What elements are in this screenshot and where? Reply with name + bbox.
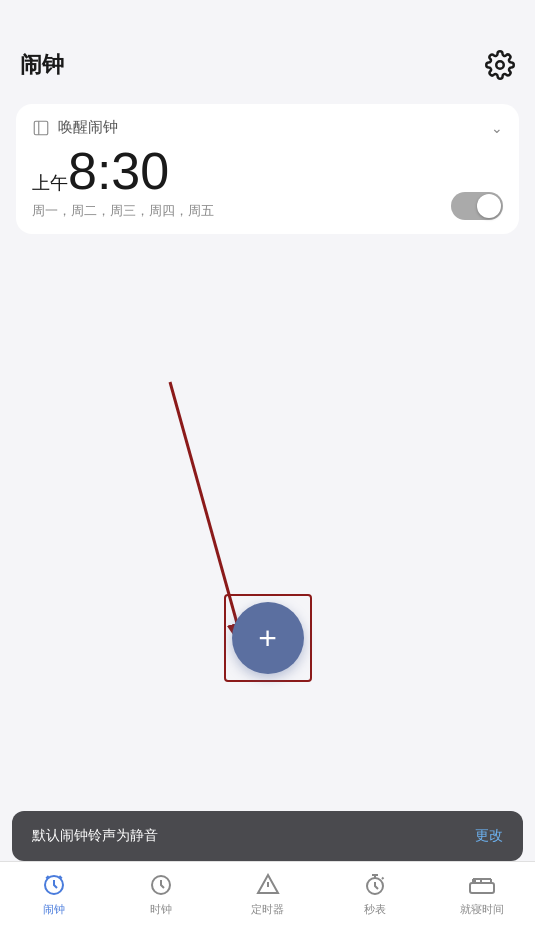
svg-rect-20 [475, 879, 481, 883]
alarm-time: 8:30 [68, 142, 169, 200]
alarm-card-header: 唤醒闹钟 ⌄ [32, 118, 503, 137]
nav-item-clock[interactable]: 时钟 [107, 872, 214, 917]
alarm-card[interactable]: 唤醒闹钟 ⌄ 上午8:30 周一，周二，周三，周四，周五 [16, 104, 519, 234]
alarm-label-icon [32, 119, 50, 137]
alarm-toggle[interactable] [451, 192, 503, 220]
nav-item-stopwatch[interactable]: 秒表 [321, 872, 428, 917]
main-content: + [0, 242, 535, 782]
nav-item-timer[interactable]: 定时器 [214, 872, 321, 917]
alarm-time-row: 上午8:30 周一，周二，周三，周四，周五 [32, 143, 503, 220]
header: 闹钟 [0, 0, 535, 96]
snackbar-message: 默认闹钟铃声为静音 [32, 827, 158, 845]
alarm-label: 唤醒闹钟 [58, 118, 118, 137]
svg-rect-16 [470, 883, 494, 893]
stopwatch-nav-icon [362, 872, 388, 898]
nav-item-alarm[interactable]: 闹钟 [0, 872, 107, 917]
alarm-nav-icon [41, 872, 67, 898]
alarm-title-row: 唤醒闹钟 [32, 118, 118, 137]
nav-label-alarm: 闹钟 [43, 902, 65, 917]
fab-highlight-box: + [224, 594, 312, 682]
settings-icon[interactable] [485, 50, 515, 80]
alarm-time-display: 上午8:30 [32, 143, 214, 200]
page-title: 闹钟 [20, 50, 64, 80]
plus-icon: + [258, 622, 277, 654]
svg-line-15 [382, 878, 384, 880]
alarm-time-left: 上午8:30 周一，周二，周三，周四，周五 [32, 143, 214, 220]
snackbar: 默认闹钟铃声为静音 更改 [12, 811, 523, 861]
alarm-days: 周一，周二，周三，周四，周五 [32, 202, 214, 220]
clock-nav-icon [148, 872, 174, 898]
toggle-knob [477, 194, 501, 218]
snackbar-action-button[interactable]: 更改 [475, 827, 503, 845]
svg-point-0 [496, 61, 504, 69]
chevron-down-icon[interactable]: ⌄ [491, 120, 503, 136]
nav-label-stopwatch: 秒表 [364, 902, 386, 917]
nav-item-bedtime[interactable]: 就寝时间 [428, 872, 535, 917]
nav-label-clock: 时钟 [150, 902, 172, 917]
timer-nav-icon [255, 872, 281, 898]
bedtime-nav-icon [469, 872, 495, 898]
svg-rect-1 [34, 121, 48, 135]
alarm-time-prefix: 上午 [32, 173, 68, 193]
nav-label-timer: 定时器 [251, 902, 284, 917]
nav-label-bedtime: 就寝时间 [460, 902, 504, 917]
add-alarm-button[interactable]: + [232, 602, 304, 674]
bottom-nav: 闹钟 时钟 定时器 [0, 861, 535, 951]
